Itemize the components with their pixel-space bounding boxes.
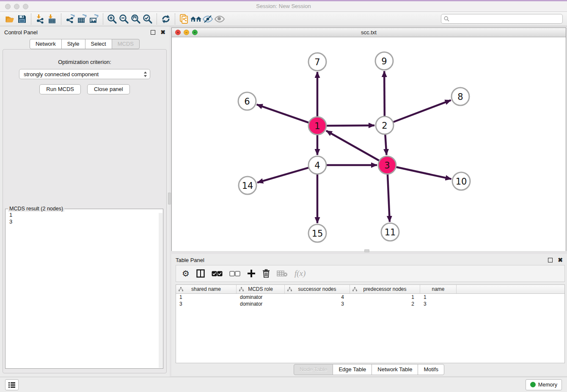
graph-node-3[interactable]: 3 xyxy=(378,156,396,174)
table-settings-icon[interactable]: ⚙ xyxy=(182,269,190,278)
graph-edge-1-6[interactable] xyxy=(257,105,310,123)
show-graphics-details-icon[interactable] xyxy=(214,13,226,25)
open-session-icon[interactable] xyxy=(4,13,16,25)
table-cell[interactable]: 2 xyxy=(350,301,420,307)
table-cell[interactable]: 3 xyxy=(420,301,457,307)
mcds-result-list: 13 xyxy=(6,209,163,228)
select-all-icon[interactable] xyxy=(212,271,223,276)
table-row[interactable]: 3dominator323 xyxy=(176,301,564,307)
import-table-icon[interactable] xyxy=(46,13,58,25)
graph-edge-3-10[interactable] xyxy=(395,167,451,179)
float-table-panel-icon[interactable] xyxy=(548,258,553,262)
graph-node-14[interactable]: 14 xyxy=(239,177,256,194)
table-cell[interactable]: 1 xyxy=(176,294,237,300)
add-row-icon[interactable] xyxy=(247,269,256,278)
zoom-fit-icon[interactable] xyxy=(130,13,142,25)
tab-style[interactable]: Style xyxy=(61,39,85,49)
table-cell[interactable]: 3 xyxy=(176,301,237,307)
import-network-icon[interactable] xyxy=(34,13,46,25)
memory-button[interactable]: Memory xyxy=(526,379,562,390)
graph-node-label: 14 xyxy=(242,181,253,191)
column-header-MCDS-role[interactable]: MCDS role xyxy=(237,285,285,293)
tab-node-table[interactable]: Node Table xyxy=(294,364,333,375)
tab-mcds[interactable]: MCDS xyxy=(112,39,140,49)
tab-edge-table[interactable]: Edge Table xyxy=(333,364,372,375)
graph-edge-1-2[interactable] xyxy=(325,125,374,126)
graph-edge-4-14[interactable] xyxy=(257,167,310,182)
float-panel-icon[interactable] xyxy=(151,30,155,35)
column-header-successor-nodes[interactable]: successor nodes xyxy=(285,285,350,293)
zoom-in-icon[interactable] xyxy=(106,13,118,25)
graph-node-label: 1 xyxy=(314,121,320,131)
table-cell[interactable]: 1 xyxy=(420,294,457,300)
refresh-icon[interactable] xyxy=(160,13,172,25)
graph-node-label: 2 xyxy=(382,121,387,131)
node-table[interactable]: shared nameMCDS rolesuccessor nodesprede… xyxy=(176,284,565,363)
column-header-label: name xyxy=(432,286,444,292)
horizontal-splitter-handle[interactable] xyxy=(364,249,369,252)
search-input[interactable] xyxy=(449,16,560,22)
graph-node-4[interactable]: 4 xyxy=(308,156,326,174)
table-cell[interactable]: 4 xyxy=(285,294,350,300)
delete-row-icon[interactable] xyxy=(262,269,270,278)
graph-node-15[interactable]: 15 xyxy=(308,224,326,242)
graph-node-8[interactable]: 8 xyxy=(451,88,469,105)
graph-node-11[interactable]: 11 xyxy=(381,223,399,241)
save-session-icon[interactable] xyxy=(16,13,28,25)
graph-edge-2-9[interactable] xyxy=(384,71,385,117)
hide-graphics-details-icon[interactable] xyxy=(202,13,214,25)
graph-node-2[interactable]: 2 xyxy=(376,116,394,134)
run-mcds-button[interactable]: Run MCDS xyxy=(39,84,81,94)
split-view-icon[interactable] xyxy=(196,269,205,278)
zoom-selected-icon[interactable] xyxy=(142,13,154,25)
export-network-icon[interactable] xyxy=(64,13,76,25)
column-header-predecessor-nodes[interactable]: predecessor nodes xyxy=(350,285,420,293)
tab-network[interactable]: Network xyxy=(30,39,62,49)
app-titlebar: Session: New Session xyxy=(0,1,567,12)
graph-edge-3-11[interactable] xyxy=(388,173,390,222)
toolbar-separator xyxy=(103,14,103,25)
column-header-name[interactable]: name xyxy=(420,285,457,293)
graph-edge-2-3[interactable] xyxy=(385,133,386,155)
graph-edge-3-1[interactable] xyxy=(326,131,380,161)
network-canvas[interactable]: 7968124314101511 xyxy=(172,37,566,251)
table-cell[interactable]: dominator xyxy=(237,294,285,300)
result-scrollbar[interactable] xyxy=(159,213,162,368)
column-header-shared-name[interactable]: shared name xyxy=(176,285,237,293)
export-table-icon[interactable] xyxy=(76,13,88,25)
graph-node-1[interactable]: 1 xyxy=(308,117,326,135)
network-view-window: × − + scc.txt 7968124314101511 xyxy=(171,28,566,251)
close-panel-button[interactable]: Close panel xyxy=(87,84,130,94)
tab-network-table[interactable]: Network Table xyxy=(372,364,418,375)
table-row[interactable]: 1dominator411 xyxy=(176,294,564,301)
delete-table-icon[interactable] xyxy=(277,270,288,277)
tab-select[interactable]: Select xyxy=(85,39,112,49)
table-cell[interactable]: dominator xyxy=(237,301,285,307)
close-table-panel-icon[interactable]: ✖ xyxy=(558,258,563,262)
tab-motifs[interactable]: Motifs xyxy=(418,364,444,375)
function-builder-icon[interactable]: f(x) xyxy=(295,269,306,278)
column-type-icon xyxy=(239,287,244,292)
criterion-dropdown[interactable]: strongly connected component xyxy=(19,69,150,79)
home-layout-icon[interactable] xyxy=(190,13,202,25)
graph-node-10[interactable]: 10 xyxy=(452,172,470,190)
task-history-button[interactable] xyxy=(5,379,19,390)
graph-node-9[interactable]: 9 xyxy=(375,52,393,70)
table-panel-title: Table Panel xyxy=(176,257,204,263)
copy-view-icon[interactable] xyxy=(178,13,190,25)
export-image-icon[interactable] xyxy=(88,13,100,25)
column-header-label: shared name xyxy=(191,286,221,292)
graph-node-6[interactable]: 6 xyxy=(238,92,256,110)
graph-node-7[interactable]: 7 xyxy=(308,53,326,71)
close-panel-icon[interactable]: ✖ xyxy=(160,30,165,35)
table-cell[interactable]: 3 xyxy=(285,301,350,307)
zoom-out-icon[interactable] xyxy=(118,13,130,25)
table-cell[interactable]: 1 xyxy=(350,294,420,300)
deselect-all-icon[interactable] xyxy=(229,271,240,276)
graph-edge-2-8[interactable] xyxy=(392,100,451,123)
network-graph: 7968124314101511 xyxy=(172,37,566,251)
toolbar-separator xyxy=(175,14,175,25)
vertical-splitter-handle[interactable] xyxy=(168,193,171,204)
network-window-titlebar[interactable]: × − + scc.txt xyxy=(172,28,566,37)
search-field[interactable] xyxy=(441,14,563,24)
